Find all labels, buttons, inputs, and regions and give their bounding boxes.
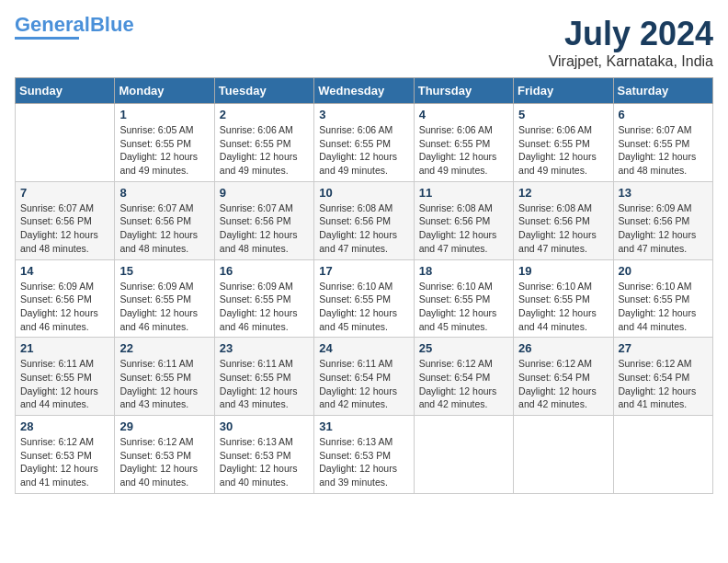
day-info: Sunrise: 6:08 AM Sunset: 6:56 PM Dayligh… (518, 201, 608, 256)
calendar-week-row: 1Sunrise: 6:05 AM Sunset: 6:55 PM Daylig… (16, 104, 713, 182)
calendar-cell: 19Sunrise: 6:10 AM Sunset: 6:55 PM Dayli… (514, 259, 613, 338)
day-number: 17 (319, 264, 408, 278)
day-number: 14 (20, 264, 109, 278)
day-info: Sunrise: 6:06 AM Sunset: 6:55 PM Dayligh… (419, 123, 508, 178)
calendar-cell: 9Sunrise: 6:07 AM Sunset: 6:56 PM Daylig… (214, 181, 313, 259)
calendar-cell: 5Sunrise: 6:06 AM Sunset: 6:55 PM Daylig… (514, 104, 613, 182)
day-number: 19 (518, 264, 608, 278)
day-info: Sunrise: 6:07 AM Sunset: 6:56 PM Dayligh… (220, 201, 309, 256)
day-info: Sunrise: 6:12 AM Sunset: 6:54 PM Dayligh… (518, 357, 608, 411)
day-number: 5 (518, 108, 608, 121)
calendar-cell: 2Sunrise: 6:06 AM Sunset: 6:55 PM Daylig… (214, 104, 313, 182)
day-number: 9 (220, 186, 309, 200)
day-info: Sunrise: 6:08 AM Sunset: 6:56 PM Dayligh… (319, 201, 408, 256)
calendar-cell: 14Sunrise: 6:09 AM Sunset: 6:56 PM Dayli… (16, 259, 115, 338)
day-number: 12 (518, 186, 608, 200)
day-info: Sunrise: 6:11 AM Sunset: 6:54 PM Dayligh… (319, 357, 408, 411)
calendar-cell (613, 416, 712, 494)
day-number: 23 (220, 341, 309, 355)
calendar-week-row: 28Sunrise: 6:12 AM Sunset: 6:53 PM Dayli… (16, 416, 713, 494)
logo-blue: Blue (90, 13, 134, 36)
day-info: Sunrise: 6:06 AM Sunset: 6:55 PM Dayligh… (518, 123, 608, 178)
calendar-week-row: 7Sunrise: 6:07 AM Sunset: 6:56 PM Daylig… (16, 181, 713, 259)
calendar-cell: 1Sunrise: 6:05 AM Sunset: 6:55 PM Daylig… (115, 104, 214, 182)
calendar-cell (414, 416, 513, 494)
calendar-week-row: 21Sunrise: 6:11 AM Sunset: 6:55 PM Dayli… (16, 338, 713, 416)
calendar-cell: 10Sunrise: 6:08 AM Sunset: 6:56 PM Dayli… (314, 181, 414, 259)
day-info: Sunrise: 6:06 AM Sunset: 6:55 PM Dayligh… (319, 123, 408, 178)
day-info: Sunrise: 6:13 AM Sunset: 6:53 PM Dayligh… (220, 435, 309, 489)
day-info: Sunrise: 6:08 AM Sunset: 6:56 PM Dayligh… (419, 201, 508, 256)
calendar-cell: 26Sunrise: 6:12 AM Sunset: 6:54 PM Dayli… (514, 338, 613, 416)
weekday-header: Friday (514, 78, 613, 104)
day-number: 13 (619, 186, 708, 200)
day-number: 31 (319, 419, 408, 433)
weekday-header: Sunday (16, 78, 115, 104)
day-number: 30 (220, 419, 309, 433)
day-info: Sunrise: 6:09 AM Sunset: 6:55 PM Dayligh… (220, 280, 309, 334)
day-number: 26 (518, 341, 608, 355)
logo-underline (15, 37, 79, 40)
weekday-header: Tuesday (214, 78, 313, 104)
weekday-header: Thursday (414, 78, 513, 104)
calendar-cell: 31Sunrise: 6:13 AM Sunset: 6:53 PM Dayli… (314, 416, 414, 494)
location: Virajpet, Karnataka, India (549, 53, 713, 70)
calendar-cell: 18Sunrise: 6:10 AM Sunset: 6:55 PM Dayli… (414, 259, 513, 338)
day-info: Sunrise: 6:12 AM Sunset: 6:54 PM Dayligh… (419, 357, 508, 411)
day-number: 25 (419, 341, 508, 355)
day-number: 11 (419, 186, 508, 200)
day-info: Sunrise: 6:09 AM Sunset: 6:56 PM Dayligh… (619, 201, 708, 256)
calendar-cell: 24Sunrise: 6:11 AM Sunset: 6:54 PM Dayli… (314, 338, 414, 416)
day-info: Sunrise: 6:10 AM Sunset: 6:55 PM Dayligh… (619, 280, 708, 334)
day-number: 3 (319, 108, 408, 121)
day-info: Sunrise: 6:12 AM Sunset: 6:54 PM Dayligh… (619, 357, 708, 411)
month-title: July 2024 (549, 15, 713, 53)
day-number: 8 (119, 186, 209, 200)
weekday-header: Saturday (613, 78, 712, 104)
calendar-cell: 20Sunrise: 6:10 AM Sunset: 6:55 PM Dayli… (613, 259, 712, 338)
day-info: Sunrise: 6:10 AM Sunset: 6:55 PM Dayligh… (518, 280, 608, 334)
day-number: 29 (119, 419, 209, 433)
day-number: 22 (119, 341, 209, 355)
day-info: Sunrise: 6:10 AM Sunset: 6:55 PM Dayligh… (419, 280, 508, 334)
day-number: 7 (20, 186, 109, 200)
day-info: Sunrise: 6:10 AM Sunset: 6:55 PM Dayligh… (319, 280, 408, 334)
calendar-cell (514, 416, 613, 494)
calendar-cell: 13Sunrise: 6:09 AM Sunset: 6:56 PM Dayli… (613, 181, 712, 259)
day-number: 18 (419, 264, 508, 278)
day-number: 6 (619, 108, 708, 121)
day-number: 20 (619, 264, 708, 278)
calendar-cell: 23Sunrise: 6:11 AM Sunset: 6:55 PM Dayli… (214, 338, 313, 416)
day-number: 27 (619, 341, 708, 355)
calendar-cell: 4Sunrise: 6:06 AM Sunset: 6:55 PM Daylig… (414, 104, 513, 182)
calendar-cell: 29Sunrise: 6:12 AM Sunset: 6:53 PM Dayli… (115, 416, 214, 494)
calendar-header-row: SundayMondayTuesdayWednesdayThursdayFrid… (16, 78, 713, 104)
calendar-table: SundayMondayTuesdayWednesdayThursdayFrid… (15, 77, 713, 494)
calendar-cell: 30Sunrise: 6:13 AM Sunset: 6:53 PM Dayli… (214, 416, 313, 494)
calendar-cell: 22Sunrise: 6:11 AM Sunset: 6:55 PM Dayli… (115, 338, 214, 416)
day-info: Sunrise: 6:05 AM Sunset: 6:55 PM Dayligh… (119, 123, 209, 178)
page-header: GeneralBlue July 2024 Virajpet, Karnatak… (15, 15, 713, 70)
day-number: 4 (419, 108, 508, 121)
calendar-cell: 8Sunrise: 6:07 AM Sunset: 6:56 PM Daylig… (115, 181, 214, 259)
day-number: 2 (220, 108, 309, 121)
weekday-header: Wednesday (314, 78, 414, 104)
calendar-week-row: 14Sunrise: 6:09 AM Sunset: 6:56 PM Dayli… (16, 259, 713, 338)
day-number: 15 (119, 264, 209, 278)
calendar-cell: 21Sunrise: 6:11 AM Sunset: 6:55 PM Dayli… (16, 338, 115, 416)
day-info: Sunrise: 6:09 AM Sunset: 6:55 PM Dayligh… (119, 280, 209, 334)
day-number: 1 (119, 108, 209, 121)
calendar-cell: 11Sunrise: 6:08 AM Sunset: 6:56 PM Dayli… (414, 181, 513, 259)
logo-general: General (15, 13, 90, 36)
day-number: 16 (220, 264, 309, 278)
day-info: Sunrise: 6:07 AM Sunset: 6:56 PM Dayligh… (119, 201, 209, 256)
weekday-header: Monday (115, 78, 214, 104)
day-info: Sunrise: 6:07 AM Sunset: 6:56 PM Dayligh… (20, 201, 109, 256)
calendar-cell: 28Sunrise: 6:12 AM Sunset: 6:53 PM Dayli… (16, 416, 115, 494)
day-number: 10 (319, 186, 408, 200)
calendar-cell: 16Sunrise: 6:09 AM Sunset: 6:55 PM Dayli… (214, 259, 313, 338)
title-area: July 2024 Virajpet, Karnataka, India (549, 15, 713, 70)
calendar-cell: 12Sunrise: 6:08 AM Sunset: 6:56 PM Dayli… (514, 181, 613, 259)
day-info: Sunrise: 6:13 AM Sunset: 6:53 PM Dayligh… (319, 435, 408, 489)
logo: GeneralBlue (15, 15, 134, 40)
